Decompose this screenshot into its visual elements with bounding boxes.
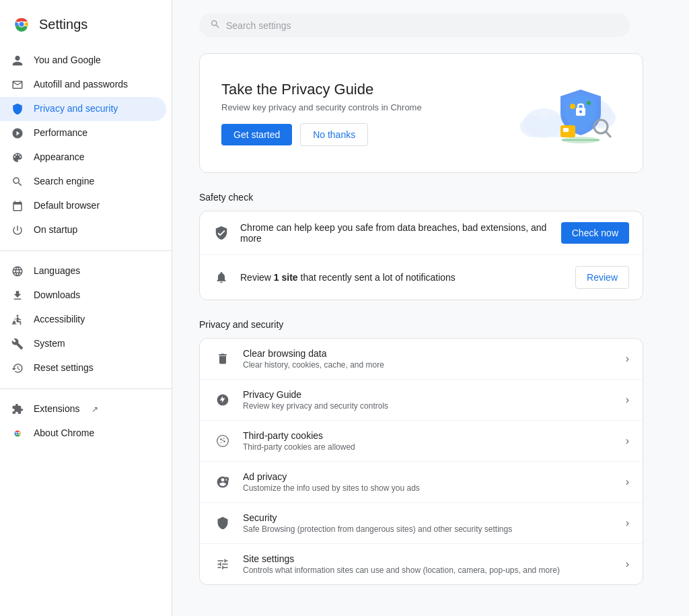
ps-row-title-cookies: Third-party cookies (243, 430, 615, 441)
sidebar-label-you-and-google: You and Google (34, 54, 101, 67)
app-title: Settings (39, 17, 87, 32)
privacy-guide-text: Take the Privacy Guide Review key privac… (221, 81, 422, 146)
chevron-right-icon-4: › (626, 517, 629, 529)
review-button[interactable]: Review (575, 266, 629, 289)
ps-row-cookies[interactable]: Third-party cookies Third-party cookies … (200, 421, 643, 462)
safety-check-text-1: Chrome can help keep you safe from data … (240, 222, 550, 244)
ps-row-subtitle-security: Safe Browsing (protection from dangerous… (243, 524, 615, 534)
no-thanks-button[interactable]: No thanks (300, 123, 368, 146)
sidebar-item-privacy[interactable]: Privacy and security (0, 97, 166, 121)
sidebar-item-reset[interactable]: Reset settings (0, 356, 166, 380)
sidebar-label-appearance: Appearance (34, 151, 85, 164)
check-now-button[interactable]: Check now (561, 222, 629, 244)
sidebar-header: Settings (0, 5, 172, 46)
svg-point-2 (20, 22, 24, 27)
sidebar-item-appearance[interactable]: Appearance (0, 145, 166, 170)
trash-icon (213, 349, 232, 368)
svg-point-19 (570, 104, 575, 109)
sidebar-label-privacy: Privacy and security (34, 102, 118, 116)
chevron-right-icon-3: › (626, 476, 629, 488)
bell-icon (213, 269, 229, 285)
on-startup-icon (11, 224, 24, 237)
sidebar-item-performance[interactable]: Performance (0, 121, 166, 145)
sidebar-label-default-browser: Default browser (34, 199, 100, 213)
privacy-security-section-title: Privacy and security (199, 319, 662, 330)
sidebar-label-performance: Performance (34, 127, 87, 140)
sidebar-label-languages: Languages (34, 265, 80, 278)
sidebar-item-system[interactable]: System (0, 332, 166, 356)
ps-row-privacy-guide[interactable]: Privacy Guide Review key privacy and sec… (200, 380, 643, 421)
search-input[interactable] (226, 20, 619, 31)
sliders-icon (213, 555, 232, 574)
ps-row-title-ad-privacy: Ad privacy (243, 471, 615, 482)
svg-rect-16 (563, 128, 569, 132)
reset-icon (11, 362, 24, 375)
about-chrome-icon (11, 427, 24, 440)
svg-point-3 (17, 315, 19, 317)
svg-point-14 (579, 110, 582, 113)
ps-row-ad-privacy[interactable]: $ Ad privacy Customize the info used by … (200, 462, 643, 503)
sidebar-item-default-browser[interactable]: Default browser (0, 194, 166, 218)
svg-point-24 (220, 438, 222, 440)
sidebar-label-search-engine: Search engine (34, 175, 94, 189)
ps-row-security[interactable]: Security Safe Browsing (protection from … (200, 503, 643, 544)
ps-row-content-cookies: Third-party cookies Third-party cookies … (243, 430, 615, 452)
shield-check-icon (213, 225, 229, 241)
ad-privacy-icon: $ (213, 473, 232, 491)
sidebar-item-languages[interactable]: Languages (0, 259, 166, 283)
chrome-logo-icon (11, 13, 32, 35)
safety-check-text-2: Review 1 site that recently sent a lot o… (240, 272, 565, 283)
sidebar-item-on-startup[interactable]: On startup (0, 218, 166, 242)
sidebar-label-system: System (34, 337, 65, 351)
ps-row-site-settings[interactable]: Site settings Controls what information … (200, 544, 643, 584)
sidebar-item-search-engine[interactable]: Search engine (0, 170, 166, 194)
sidebar-label-accessibility: Accessibility (34, 313, 85, 327)
svg-point-26 (223, 441, 225, 443)
ps-row-title-clear: Clear browsing data (243, 348, 615, 359)
sidebar-item-autofill[interactable]: Autofill and passwords (0, 73, 166, 97)
ps-row-clear-browsing[interactable]: Clear browsing data Clear history, cooki… (200, 339, 643, 380)
chevron-right-icon-2: › (626, 435, 629, 447)
sidebar-divider-2 (0, 388, 172, 389)
downloads-icon (11, 289, 24, 302)
sidebar-item-accessibility[interactable]: Accessibility (0, 308, 166, 332)
chevron-right-icon-1: › (626, 394, 629, 406)
sidebar-section-advanced: Languages Downloads Accessibility System (0, 256, 172, 383)
sidebar-item-downloads[interactable]: Downloads (0, 283, 166, 308)
system-icon (11, 337, 24, 351)
svg-point-20 (587, 101, 591, 105)
svg-point-25 (223, 438, 225, 439)
cookie-icon (213, 432, 232, 450)
ps-row-content-clear: Clear browsing data Clear history, cooki… (243, 348, 615, 370)
safety-check-row-1: Chrome can help keep you safe from data … (200, 211, 643, 255)
sidebar-label-on-startup: On startup (34, 224, 77, 237)
shield-icon (11, 102, 24, 116)
svg-point-27 (221, 442, 222, 444)
sidebar-label-reset: Reset settings (34, 362, 94, 375)
main-content: Take the Privacy Guide Review key privac… (172, 0, 689, 616)
ps-row-title-site-settings: Site settings (243, 553, 615, 564)
get-started-button[interactable]: Get started (221, 124, 292, 145)
ps-row-subtitle-site-settings: Controls what information sites can use … (243, 566, 615, 575)
svg-line-18 (606, 131, 610, 137)
sidebar-item-you-and-google[interactable]: You and Google (0, 48, 166, 73)
autofill-icon (11, 78, 24, 92)
privacy-security-card: Clear browsing data Clear history, cooki… (199, 338, 643, 585)
sidebar-divider-1 (0, 250, 172, 251)
performance-icon (11, 127, 24, 140)
svg-point-6 (16, 432, 18, 434)
search-bar[interactable] (199, 13, 630, 37)
sidebar-item-extensions[interactable]: Extensions ↗ (0, 397, 166, 421)
sidebar-item-about-chrome[interactable]: About Chrome (0, 421, 166, 446)
security-shield-icon (213, 514, 232, 533)
privacy-guide-row-icon (213, 390, 232, 409)
ps-row-subtitle-guide: Review key privacy and security controls (243, 401, 615, 411)
search-input-icon (210, 19, 221, 32)
ps-row-content-ad-privacy: Ad privacy Customize the info used by si… (243, 471, 615, 493)
puzzle-icon (11, 403, 24, 416)
privacy-guide-title: Take the Privacy Guide (221, 81, 422, 98)
svg-point-28 (222, 440, 223, 441)
sidebar: Settings You and Google Autofill and pas… (0, 0, 172, 616)
ps-row-title-security: Security (243, 512, 615, 523)
sidebar-label-extensions: Extensions (34, 403, 79, 416)
